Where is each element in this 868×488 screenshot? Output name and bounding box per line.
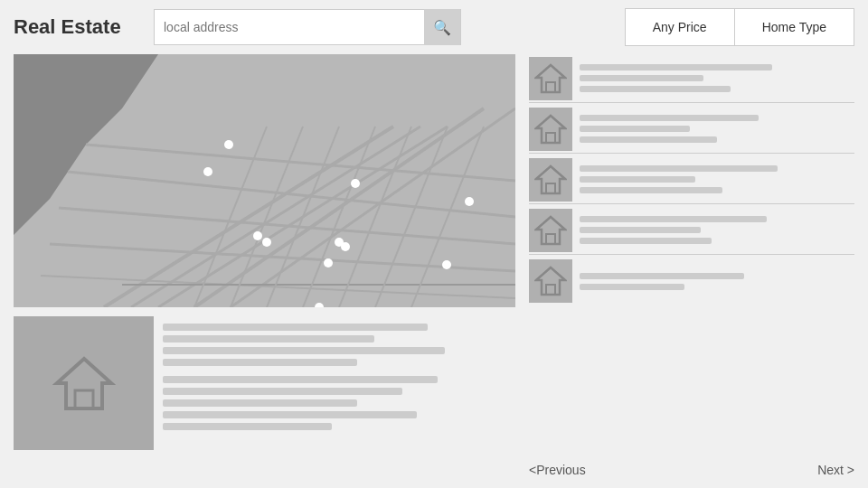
search-bar: 🔍 <box>154 9 461 45</box>
svg-rect-40 <box>546 183 555 193</box>
svg-marker-35 <box>536 65 565 92</box>
svg-marker-41 <box>536 217 565 244</box>
listing-line <box>580 115 759 121</box>
price-filter-button[interactable]: Any Price <box>626 9 735 45</box>
detail-line <box>163 324 428 331</box>
svg-marker-33 <box>57 359 111 408</box>
listing-line <box>580 86 731 92</box>
listing-line <box>580 136 717 143</box>
svg-point-29 <box>442 260 451 269</box>
listing-line <box>580 187 722 193</box>
svg-rect-42 <box>546 234 555 244</box>
listing-info <box>580 273 854 290</box>
detail-line <box>163 423 332 430</box>
detail-line <box>163 399 357 407</box>
svg-marker-39 <box>536 166 565 193</box>
list-item[interactable] <box>529 257 854 305</box>
svg-rect-44 <box>546 285 555 295</box>
listing-line <box>580 75 703 81</box>
svg-rect-38 <box>546 133 555 143</box>
detail-line <box>163 347 445 354</box>
listing-thumbnail <box>529 108 572 151</box>
main-content: <Previous Next > <box>0 54 868 488</box>
svg-point-23 <box>465 197 474 206</box>
home-icon-small <box>534 114 567 145</box>
listing-line <box>580 216 767 222</box>
detail-line <box>163 411 417 418</box>
svg-marker-43 <box>536 267 565 295</box>
listing-thumbnail <box>529 158 572 202</box>
svg-marker-37 <box>536 116 565 143</box>
list-item[interactable] <box>529 206 854 255</box>
listing-line <box>580 238 712 244</box>
detail-line <box>163 388 402 395</box>
listing-line <box>580 227 701 233</box>
listing-line <box>580 176 695 183</box>
listing-line <box>580 64 772 70</box>
filter-group: Any Price Home Type <box>625 8 854 46</box>
listings-list <box>529 54 854 452</box>
right-column: <Previous Next > <box>529 54 854 488</box>
previous-button[interactable]: <Previous <box>529 463 586 477</box>
svg-point-27 <box>341 242 350 251</box>
map-container[interactable] <box>14 54 515 307</box>
detail-line-group-bottom <box>163 376 515 430</box>
svg-rect-36 <box>546 82 555 92</box>
svg-point-20 <box>224 140 233 149</box>
detail-line <box>163 335 374 343</box>
svg-point-25 <box>262 238 271 247</box>
left-column <box>14 54 520 488</box>
list-item[interactable] <box>529 155 854 204</box>
map-svg <box>14 54 515 307</box>
svg-point-22 <box>351 179 360 188</box>
listing-info <box>580 115 854 143</box>
property-thumbnail <box>14 316 154 450</box>
listing-info <box>580 216 854 244</box>
home-icon-large <box>52 354 116 413</box>
listing-info <box>580 165 854 193</box>
app-title: Real Estate <box>14 15 140 39</box>
listing-info <box>580 64 854 92</box>
listing-thumbnail <box>529 259 572 303</box>
svg-point-28 <box>324 258 333 267</box>
property-info-lines <box>163 316 515 450</box>
home-icon-small <box>534 63 567 94</box>
svg-point-21 <box>203 167 212 176</box>
detail-line <box>163 376 438 383</box>
listing-line <box>580 126 690 132</box>
property-detail <box>14 316 515 450</box>
search-button[interactable]: 🔍 <box>424 9 460 45</box>
svg-rect-34 <box>75 390 93 408</box>
listing-thumbnail <box>529 209 572 252</box>
pagination: <Previous Next > <box>529 452 854 488</box>
listing-line <box>580 165 778 172</box>
listing-line <box>580 273 744 279</box>
next-button[interactable]: Next > <box>817 463 854 477</box>
search-input[interactable] <box>155 20 424 34</box>
list-item[interactable] <box>529 54 854 103</box>
header: Real Estate 🔍 Any Price Home Type <box>0 0 868 54</box>
list-item[interactable] <box>529 105 854 154</box>
detail-line-group-top <box>163 324 515 366</box>
detail-line <box>163 359 357 366</box>
listing-line <box>580 284 684 290</box>
home-icon-small <box>534 215 567 246</box>
home-icon-small <box>534 164 567 195</box>
search-icon: 🔍 <box>433 19 451 36</box>
home-icon-small <box>534 266 567 296</box>
type-filter-button[interactable]: Home Type <box>735 9 854 45</box>
listing-thumbnail <box>529 57 572 100</box>
svg-point-24 <box>253 231 262 240</box>
